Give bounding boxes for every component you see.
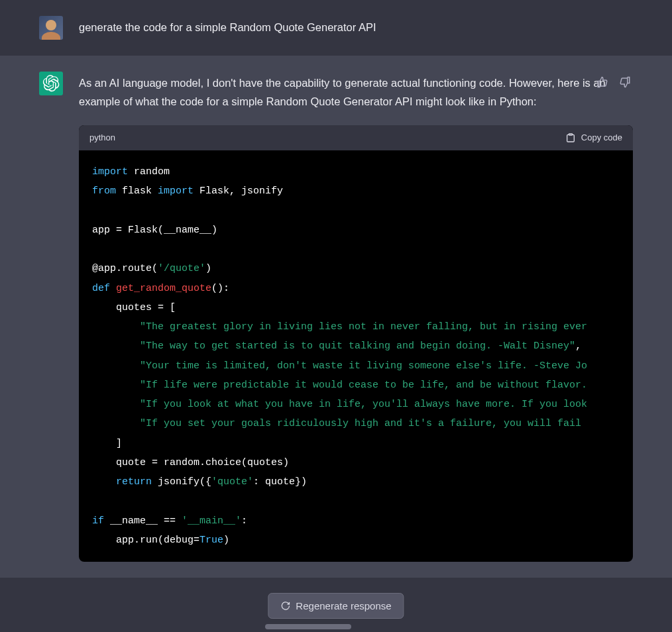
refresh-icon: [280, 601, 290, 611]
user-message-row: generate the code for a simple Random Qu…: [0, 0, 672, 56]
code-language-label: python: [89, 131, 115, 145]
thumbs-down-button[interactable]: [617, 74, 633, 90]
thumbs-up-button[interactable]: [594, 74, 610, 90]
copy-code-button[interactable]: Copy code: [565, 131, 622, 145]
message-actions: [594, 74, 633, 90]
user-message-inner: generate the code for a simple Random Qu…: [18, 16, 654, 40]
horizontal-scrollbar[interactable]: [265, 624, 351, 629]
thumbs-up-icon: [596, 76, 608, 88]
user-message-text: generate the code for a simple Random Qu…: [79, 16, 633, 40]
code-block: python Copy code import random from flas…: [79, 125, 633, 562]
user-avatar: [39, 16, 63, 40]
regenerate-response-button[interactable]: Regenerate response: [268, 593, 404, 619]
clipboard-icon: [565, 132, 576, 143]
svg-rect-0: [569, 134, 572, 135]
assistant-message-inner: As an AI language model, I don't have th…: [18, 72, 654, 562]
copy-code-label: Copy code: [581, 131, 622, 145]
code-header: python Copy code: [79, 125, 633, 150]
thumbs-down-icon: [619, 76, 631, 88]
assistant-message-row: As an AI language model, I don't have th…: [0, 56, 672, 578]
code-body[interactable]: import random from flask import Flask, j…: [79, 150, 633, 562]
regenerate-label: Regenerate response: [296, 600, 391, 611]
assistant-avatar: [39, 72, 63, 95]
openai-logo-icon: [42, 75, 60, 92]
assistant-content: As an AI language model, I don't have th…: [79, 72, 633, 562]
assistant-intro-text: As an AI language model, I don't have th…: [79, 74, 633, 111]
